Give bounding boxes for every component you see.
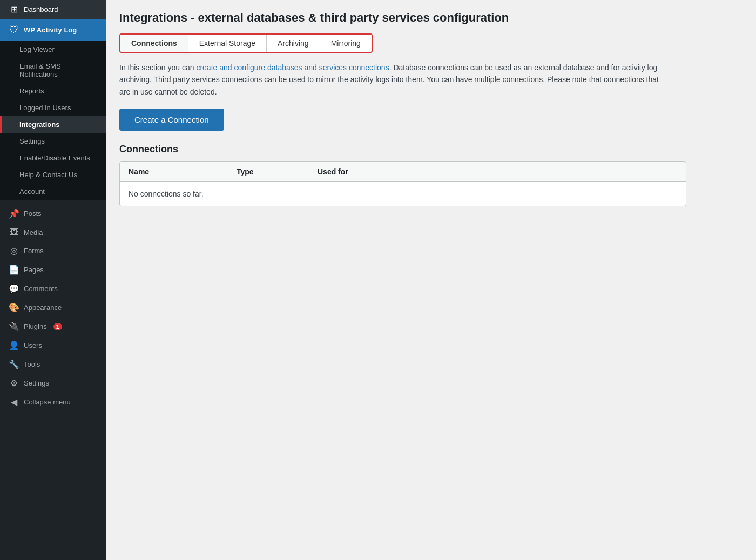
settings-label: Settings bbox=[19, 137, 45, 145]
pages-icon: 📄 bbox=[9, 265, 19, 275]
sidebar-item-plugins[interactable]: 🔌 Plugins 1 bbox=[0, 317, 106, 336]
sidebar-item-reports[interactable]: Reports bbox=[0, 83, 106, 99]
collapse-label: Collapse menu bbox=[24, 398, 71, 406]
sidebar-item-email-sms[interactable]: Email & SMS Notifications bbox=[0, 58, 106, 83]
sidebar-item-dashboard[interactable]: ⊞ Dashboard bbox=[0, 0, 106, 19]
tab-external-storage[interactable]: External Storage bbox=[188, 35, 267, 52]
tab-connections[interactable]: Connections bbox=[120, 35, 188, 52]
integrations-label: Integrations bbox=[19, 120, 59, 129]
sidebar-item-wp-activity-log[interactable]: 🛡 WP Activity Log bbox=[0, 19, 106, 41]
sidebar-item-pages[interactable]: 📄 Pages bbox=[0, 260, 106, 279]
create-connection-button[interactable]: Create a Connection bbox=[119, 109, 224, 131]
pages-label: Pages bbox=[24, 266, 44, 274]
sidebar-item-logged-in-users[interactable]: Logged In Users bbox=[0, 99, 106, 116]
tab-bar: Connections External Storage Archiving M… bbox=[119, 33, 373, 53]
sidebar-item-users[interactable]: 👤 Users bbox=[0, 336, 106, 355]
sidebar-item-settings-main[interactable]: ⚙ Settings bbox=[0, 374, 106, 393]
page-title: Integrations - external databases & thir… bbox=[119, 11, 743, 25]
help-label: Help & Contact Us bbox=[19, 171, 77, 179]
plugins-icon: 🔌 bbox=[9, 321, 19, 332]
sidebar-item-tools[interactable]: 🔧 Tools bbox=[0, 355, 106, 374]
sidebar-item-settings[interactable]: Settings bbox=[0, 133, 106, 150]
main-content: Integrations - external databases & thir… bbox=[106, 0, 756, 560]
reports-label: Reports bbox=[19, 87, 44, 95]
description: In this section you can create and confi… bbox=[119, 62, 670, 98]
tools-icon: 🔧 bbox=[9, 359, 19, 369]
account-label: Account bbox=[19, 187, 45, 195]
tab-archiving[interactable]: Archiving bbox=[267, 35, 320, 52]
logged-in-users-label: Logged In Users bbox=[19, 104, 71, 112]
connections-section-title: Connections bbox=[119, 144, 743, 155]
connections-table: Name Type Used for No connections so far… bbox=[119, 161, 686, 206]
enable-disable-label: Enable/Disable Events bbox=[19, 154, 90, 162]
users-label: Users bbox=[24, 341, 42, 349]
wp-activity-log-submenu: Log Viewer Email & SMS Notifications Rep… bbox=[0, 41, 106, 200]
forms-icon: ◎ bbox=[9, 246, 19, 256]
sidebar-item-log-viewer[interactable]: Log Viewer bbox=[0, 41, 106, 58]
sidebar-item-comments[interactable]: 💬 Comments bbox=[0, 279, 106, 298]
forms-label: Forms bbox=[24, 247, 44, 255]
media-label: Media bbox=[24, 228, 43, 237]
sidebar-item-integrations[interactable]: Integrations bbox=[0, 116, 106, 133]
appearance-label: Appearance bbox=[24, 303, 62, 312]
sidebar-item-enable-disable[interactable]: Enable/Disable Events bbox=[0, 150, 106, 166]
plugins-badge: 1 bbox=[53, 323, 62, 330]
sidebar-item-appearance[interactable]: 🎨 Appearance bbox=[0, 298, 106, 317]
sidebar: ⊞ Dashboard 🛡 WP Activity Log Log Viewer… bbox=[0, 0, 106, 560]
plugins-label: Plugins bbox=[24, 322, 47, 330]
sidebar-item-help[interactable]: Help & Contact Us bbox=[0, 166, 106, 183]
dashboard-icon: ⊞ bbox=[9, 4, 19, 15]
column-used-for: Used for bbox=[309, 162, 686, 181]
sidebar-item-forms[interactable]: ◎ Forms bbox=[0, 241, 106, 260]
tools-label: Tools bbox=[24, 360, 40, 368]
posts-label: Posts bbox=[24, 210, 42, 218]
appearance-icon: 🎨 bbox=[9, 302, 19, 313]
sidebar-item-account[interactable]: Account bbox=[0, 183, 106, 200]
email-sms-label: Email & SMS Notifications bbox=[19, 62, 98, 78]
media-icon: 🖼 bbox=[9, 227, 19, 237]
wp-activity-log-icon: 🛡 bbox=[9, 24, 19, 36]
settings-main-label: Settings bbox=[24, 379, 49, 387]
dashboard-label: Dashboard bbox=[24, 5, 58, 14]
tab-mirroring[interactable]: Mirroring bbox=[320, 35, 372, 52]
wp-activity-log-label: WP Activity Log bbox=[24, 26, 77, 34]
comments-label: Comments bbox=[24, 285, 58, 293]
table-header: Name Type Used for bbox=[120, 162, 686, 182]
description-before-link: In this section you can bbox=[119, 63, 196, 72]
log-viewer-label: Log Viewer bbox=[19, 45, 55, 53]
column-type: Type bbox=[228, 162, 309, 181]
sidebar-item-media[interactable]: 🖼 Media bbox=[0, 223, 106, 241]
settings-main-icon: ⚙ bbox=[9, 378, 19, 388]
collapse-icon: ◀ bbox=[9, 397, 19, 407]
sidebar-item-posts[interactable]: 📌 Posts bbox=[0, 204, 106, 223]
users-icon: 👤 bbox=[9, 340, 19, 350]
posts-icon: 📌 bbox=[9, 208, 19, 219]
comments-icon: 💬 bbox=[9, 284, 19, 294]
description-link[interactable]: create and configure databases and servi… bbox=[196, 63, 389, 72]
table-empty-message: No connections so far. bbox=[120, 182, 686, 206]
sidebar-item-collapse[interactable]: ◀ Collapse menu bbox=[0, 393, 106, 411]
column-name: Name bbox=[120, 162, 228, 181]
